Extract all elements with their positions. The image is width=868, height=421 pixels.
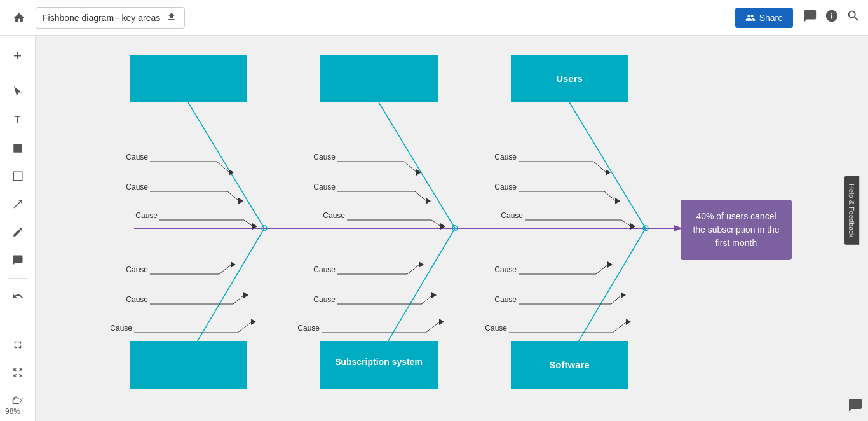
canvas[interactable]: Users Subscription system Software Cause… — [36, 36, 868, 421]
svg-line-11 — [227, 191, 239, 201]
svg-rect-70 — [511, 55, 628, 102]
sticky-tool[interactable] — [5, 135, 31, 161]
zoom-fit-tool[interactable] — [5, 360, 31, 385]
title-bar: Fishbone diagram - key areas — [36, 7, 185, 29]
svg-rect-68 — [130, 55, 247, 102]
svg-line-54 — [621, 220, 631, 226]
svg-text:Cause: Cause — [126, 295, 148, 304]
svg-text:Users: Users — [556, 73, 583, 84]
svg-line-23 — [238, 322, 252, 333]
svg-marker-18 — [231, 261, 236, 268]
svg-line-34 — [431, 220, 441, 226]
svg-rect-73 — [511, 341, 628, 389]
svg-marker-24 — [251, 319, 256, 325]
sidebar: + T — [0, 36, 36, 421]
fit-screen-tool[interactable] — [5, 332, 31, 357]
svg-rect-1 — [13, 172, 22, 181]
note-text: 40% of users cancel the subscription in … — [693, 211, 779, 248]
divider — [8, 74, 28, 74]
svg-line-37 — [407, 265, 419, 274]
svg-line-6 — [188, 228, 264, 357]
share-button[interactable]: Share — [735, 8, 793, 28]
svg-text:Software: Software — [549, 359, 589, 370]
svg-marker-44 — [439, 319, 444, 325]
svg-text:Cause: Cause — [313, 295, 336, 304]
svg-text:Cause: Cause — [313, 183, 336, 191]
text-tool[interactable]: T — [5, 107, 31, 133]
svg-marker-41 — [431, 292, 437, 298]
topbar-icons — [803, 9, 860, 26]
svg-line-51 — [604, 191, 616, 201]
svg-line-2 — [14, 200, 22, 208]
svg-text:Cause: Cause — [323, 211, 345, 220]
svg-line-8 — [217, 162, 229, 172]
svg-line-14 — [244, 220, 253, 226]
svg-line-60 — [611, 295, 621, 304]
upload-button[interactable] — [165, 10, 178, 25]
svg-text:Cause: Cause — [126, 265, 148, 274]
svg-line-63 — [613, 322, 627, 333]
info-icon[interactable] — [825, 9, 839, 26]
svg-text:Cause: Cause — [313, 153, 336, 162]
undo-tool[interactable] — [5, 284, 31, 309]
help-tab-label: Help & Feedback — [848, 184, 855, 237]
search-icon[interactable] — [846, 9, 860, 26]
svg-text:Cause: Cause — [485, 324, 507, 333]
svg-marker-38 — [419, 261, 424, 268]
svg-line-57 — [596, 265, 608, 274]
diagram-title: Fishbone diagram - key areas — [43, 13, 160, 23]
svg-line-40 — [422, 295, 432, 304]
rectangle-tool[interactable] — [5, 163, 31, 189]
svg-line-20 — [233, 295, 244, 304]
svg-marker-35 — [440, 223, 445, 230]
svg-line-45 — [569, 102, 646, 228]
add-tool[interactable]: + — [5, 43, 31, 69]
comment-tool[interactable] — [5, 247, 31, 273]
svg-line-46 — [569, 228, 646, 357]
svg-text:Cause: Cause — [494, 295, 517, 304]
svg-marker-32 — [426, 198, 431, 204]
svg-rect-0 — [13, 144, 22, 153]
svg-marker-15 — [252, 223, 257, 230]
svg-marker-55 — [630, 223, 635, 230]
svg-rect-69 — [320, 55, 438, 102]
svg-line-43 — [426, 322, 440, 333]
svg-point-65 — [262, 226, 267, 231]
help-feedback-tab[interactable]: Help & Feedback — [844, 176, 859, 245]
svg-text:Subscription system: Subscription system — [335, 357, 423, 367]
svg-text:Cause: Cause — [313, 265, 336, 274]
share-label: Share — [759, 13, 783, 23]
svg-line-26 — [379, 228, 455, 357]
svg-marker-49 — [606, 169, 611, 176]
svg-line-5 — [188, 102, 264, 228]
svg-marker-61 — [621, 292, 626, 298]
chat-icon[interactable] — [848, 397, 863, 416]
svg-text:Cause: Cause — [494, 183, 517, 191]
svg-text:Cause: Cause — [110, 324, 132, 333]
svg-marker-21 — [243, 292, 248, 298]
svg-rect-71 — [130, 341, 247, 389]
svg-marker-52 — [615, 198, 620, 204]
zoom-level: 98% — [5, 407, 20, 416]
divider2 — [8, 278, 28, 279]
svg-marker-9 — [229, 169, 234, 176]
select-tool[interactable] — [5, 79, 31, 105]
chat-topbar-icon[interactable] — [803, 9, 817, 26]
topbar: Fishbone diagram - key areas Share — [0, 0, 868, 36]
home-button[interactable] — [8, 6, 31, 29]
svg-text:Cause: Cause — [126, 153, 148, 162]
svg-text:Cause: Cause — [126, 183, 148, 191]
line-tool[interactable] — [5, 191, 31, 217]
svg-line-31 — [415, 191, 426, 201]
svg-marker-64 — [626, 319, 631, 325]
note-box[interactable]: 40% of users cancel the subscription in … — [681, 200, 792, 260]
svg-rect-72 — [320, 341, 438, 389]
svg-point-67 — [643, 226, 648, 231]
svg-text:Cause: Cause — [501, 211, 523, 220]
svg-point-66 — [452, 226, 458, 231]
svg-line-25 — [379, 102, 455, 228]
svg-line-48 — [593, 162, 606, 172]
pen-tool[interactable] — [5, 219, 31, 245]
svg-marker-29 — [416, 169, 421, 176]
svg-text:Cause: Cause — [297, 324, 320, 333]
